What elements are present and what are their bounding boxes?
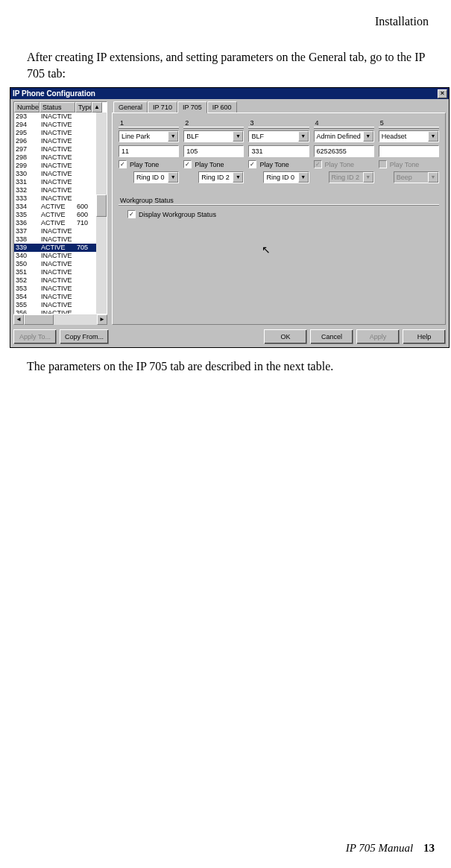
titlebar: IP Phone Configuration × xyxy=(10,88,449,99)
ring-combo[interactable]: Ring ID 2▼ xyxy=(198,171,244,183)
chevron-down-icon: ▼ xyxy=(428,172,438,183)
footer-manual: IP 705 Manual xyxy=(346,842,414,854)
tab-ip-600[interactable]: IP 600 xyxy=(207,101,237,113)
table-row[interactable]: 298INACTIVE xyxy=(14,153,96,162)
col-type[interactable]: Type xyxy=(75,102,92,113)
table-row[interactable]: 355INACTIVE xyxy=(14,301,96,309)
slot-type-combo[interactable]: BLF▼ xyxy=(183,130,244,142)
close-button[interactable]: × xyxy=(438,89,447,98)
table-row[interactable]: 334ACTIVE600 xyxy=(14,203,96,211)
table-row[interactable]: 336ACTIVE710 xyxy=(14,219,96,227)
table-row[interactable]: 350INACTIVE xyxy=(14,260,96,268)
copy-from-button[interactable]: Copy From... xyxy=(60,329,109,344)
list-vscroll-thumb[interactable] xyxy=(96,194,107,217)
slot-value-field[interactable]: 62526355 xyxy=(314,145,374,157)
play-tone-checkbox[interactable]: ✓ xyxy=(119,160,127,168)
slot-type-combo[interactable]: Headset▼ xyxy=(379,130,439,142)
chevron-down-icon: ▼ xyxy=(363,131,373,142)
tab-ip-705[interactable]: IP 705 xyxy=(177,101,207,113)
help-button[interactable]: Help xyxy=(403,329,446,344)
chevron-down-icon: ▼ xyxy=(363,172,373,183)
workgroup-title: Workgroup Status xyxy=(119,197,439,205)
table-row[interactable]: 351INACTIVE xyxy=(14,268,96,276)
slot-value-field[interactable]: 331 xyxy=(248,145,309,157)
slot-value-field[interactable]: 105 xyxy=(183,145,244,157)
table-row[interactable]: 297INACTIVE xyxy=(14,145,96,153)
footer-page-number: 13 xyxy=(423,842,435,854)
ring-combo[interactable]: Ring ID 0▼ xyxy=(263,171,309,183)
table-row[interactable]: 299INACTIVE xyxy=(14,162,96,170)
play-tone-label: Play Tone xyxy=(259,161,288,168)
play-tone-label: Play Tone xyxy=(325,161,354,168)
tab-ip-710[interactable]: IP 710 xyxy=(148,101,177,113)
page-footer: IP 705 Manual 13 xyxy=(346,842,435,855)
list-hscroll-track[interactable] xyxy=(24,314,97,325)
slot-2: 2BLF▼105✓Play ToneRing ID 2▼ xyxy=(183,119,244,186)
table-row[interactable]: 335ACTIVE600 xyxy=(14,211,96,219)
chevron-down-icon: ▼ xyxy=(428,131,438,142)
apply-to-button[interactable]: Apply To... xyxy=(13,329,57,344)
play-tone-checkbox[interactable]: ✓ xyxy=(183,160,192,168)
ring-combo: Ring ID 2▼ xyxy=(329,171,374,183)
play-tone-checkbox[interactable]: ✓ xyxy=(248,160,256,168)
play-tone-checkbox xyxy=(379,160,387,168)
dialog-title: IP Phone Configuration xyxy=(13,89,95,98)
slot-number: 4 xyxy=(314,119,374,127)
list-hscroll-right[interactable]: ► xyxy=(97,314,107,325)
workgroup-check-label: Display Workgroup Status xyxy=(139,211,216,218)
slot-number: 5 xyxy=(379,119,439,127)
table-row[interactable]: 294INACTIVE xyxy=(14,121,96,129)
after-paragraph: The parameters on the IP 705 tab are des… xyxy=(6,348,445,373)
workgroup-checkbox[interactable]: ✓ xyxy=(127,210,136,218)
list-vscroll-track[interactable] xyxy=(96,113,107,314)
slot-number: 1 xyxy=(119,119,179,127)
tab-general[interactable]: General xyxy=(113,101,148,113)
table-row[interactable]: 333INACTIVE xyxy=(14,194,96,203)
section-header: Installation xyxy=(6,15,445,28)
col-status[interactable]: Status xyxy=(40,102,75,113)
cancel-button[interactable]: Cancel xyxy=(310,329,353,344)
play-tone-checkbox: ✓ xyxy=(314,160,322,168)
table-row[interactable]: 340INACTIVE xyxy=(14,252,96,260)
table-row[interactable]: 337INACTIVE xyxy=(14,227,96,235)
apply-button[interactable]: Apply xyxy=(356,329,400,344)
ring-combo[interactable]: Ring ID 0▼ xyxy=(133,171,179,183)
slot-type-combo[interactable]: Admin Defined▼ xyxy=(314,130,374,142)
cursor-icon: ↖ xyxy=(262,244,271,256)
table-row[interactable]: 338INACTIVE xyxy=(14,235,96,244)
chevron-down-icon: ▼ xyxy=(168,131,178,142)
slot-value-field[interactable]: 11 xyxy=(119,145,179,157)
slot-type-combo[interactable]: Line Park▼ xyxy=(119,130,179,142)
slot-number: 3 xyxy=(248,119,309,127)
slot-1: 1Line Park▼11✓Play ToneRing ID 0▼ xyxy=(119,119,179,186)
chevron-down-icon: ▼ xyxy=(168,172,178,183)
table-row[interactable]: 356INACTIVE xyxy=(14,309,96,314)
list-hscroll-thumb[interactable] xyxy=(24,314,54,325)
chevron-down-icon: ▼ xyxy=(233,172,243,183)
slot-value-field[interactable] xyxy=(379,145,439,157)
table-row[interactable]: 330INACTIVE xyxy=(14,170,96,178)
slot-type-combo[interactable]: BLF▼ xyxy=(248,130,309,142)
table-row[interactable]: 296INACTIVE xyxy=(14,137,96,145)
table-row[interactable]: 293INACTIVE xyxy=(14,113,96,121)
table-row[interactable]: 331INACTIVE xyxy=(14,178,96,186)
ring-combo: Beep▼ xyxy=(394,171,439,183)
play-tone-label: Play Tone xyxy=(390,161,419,168)
tab-page: 1Line Park▼11✓Play ToneRing ID 0▼2BLF▼10… xyxy=(112,113,446,325)
ok-button[interactable]: OK xyxy=(264,329,307,344)
list-hscroll-left[interactable]: ◄ xyxy=(13,314,24,325)
table-row[interactable]: 295INACTIVE xyxy=(14,129,96,137)
extension-list[interactable]: Number Status Type ▲ 293INACTIVE294INACT… xyxy=(13,101,107,314)
chevron-down-icon: ▼ xyxy=(298,131,309,142)
table-row[interactable]: 339ACTIVE705 xyxy=(14,244,96,252)
play-tone-label: Play Tone xyxy=(195,161,224,168)
table-row[interactable]: 353INACTIVE xyxy=(14,285,96,293)
chevron-down-icon: ▼ xyxy=(298,172,309,183)
col-number[interactable]: Number xyxy=(14,102,40,113)
list-scroll-up[interactable]: ▲ xyxy=(92,102,102,113)
play-tone-label: Play Tone xyxy=(130,161,159,168)
table-row[interactable]: 354INACTIVE xyxy=(14,293,96,301)
table-row[interactable]: 352INACTIVE xyxy=(14,276,96,285)
slot-number: 2 xyxy=(183,119,244,127)
table-row[interactable]: 332INACTIVE xyxy=(14,186,96,194)
